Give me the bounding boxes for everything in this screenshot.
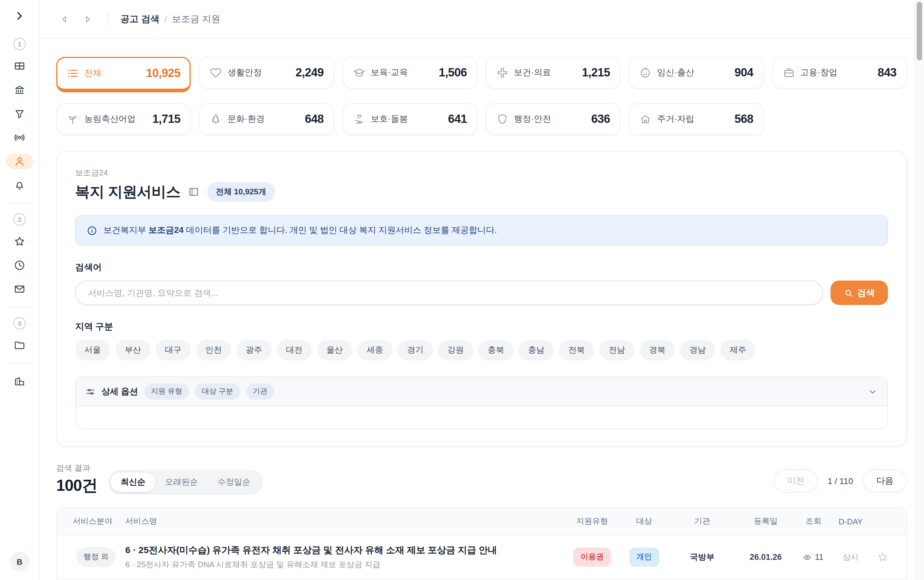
region-chip[interactable]: 광주: [237, 340, 271, 361]
baby-icon: [639, 67, 652, 79]
category-card-agriculture[interactable]: 농림축산어업 1,715: [56, 103, 191, 135]
sidebar-item-clock[interactable]: [6, 257, 33, 273]
chevron-right-icon: [15, 11, 25, 21]
region-chip[interactable]: 부산: [115, 340, 150, 361]
category-card-living[interactable]: 생활안정 2,249: [199, 57, 334, 89]
sidebar-item-person[interactable]: [6, 153, 33, 169]
sidebar-item-building[interactable]: [6, 373, 33, 389]
sidebar-divider: [8, 203, 31, 204]
chevron-right-icon: [83, 14, 92, 23]
topbar-divider: [107, 12, 108, 26]
search-input[interactable]: [75, 280, 823, 305]
sidebar-item-bell[interactable]: [6, 177, 33, 193]
col-target: 대상: [621, 516, 667, 527]
region-chip[interactable]: 세종: [357, 340, 392, 361]
detail-chip: 지원 유형: [144, 383, 189, 400]
prev-page-button[interactable]: 이전: [774, 470, 818, 493]
sidebar-item-mail[interactable]: [6, 281, 33, 297]
breadcrumb-page: 보조금 지원: [172, 13, 220, 25]
col-support-type: 지원유형: [563, 516, 621, 527]
search-label: 검색어: [75, 262, 888, 273]
sidebar-nav: 1 2: [0, 38, 39, 389]
graduation-cap-icon: [353, 67, 365, 79]
detail-options-toggle[interactable]: 상세 옵션 지원 유형 대상 구분 기관: [76, 377, 887, 407]
region-chips: 서울 부산 대구 인천 광주 대전 울산 세종 경기 강원 충북 충남 전북 전…: [75, 340, 888, 361]
sort-segmented-control: 최신순 오래된순 수정일순: [109, 470, 263, 494]
region-chip[interactable]: 경북: [640, 340, 675, 361]
category-card-care[interactable]: 보호·돌봄 641: [343, 103, 477, 135]
region-chip[interactable]: 제주: [720, 340, 755, 361]
category-count: 648: [305, 112, 324, 126]
results-count: 100건: [56, 475, 97, 496]
mail-icon: [13, 283, 26, 295]
search-icon: [843, 288, 853, 297]
info-icon: [87, 225, 97, 236]
region-chip[interactable]: 충북: [479, 340, 513, 361]
search-button[interactable]: 검색: [830, 280, 888, 305]
region-chip[interactable]: 울산: [317, 340, 352, 361]
table-row[interactable]: 행정 외 6 · 25전사자(미수습) 유가족 유전자 채취 포상금 및 전사자…: [57, 535, 906, 579]
region-label: 지역 구분: [75, 321, 888, 333]
row-subtitle: 6 · 25전사자 유가족 DNA 시료채취 포상금 및 유해소재 제보 포상금…: [125, 560, 563, 570]
region-chip[interactable]: 경남: [680, 340, 715, 361]
category-card-pregnancy[interactable]: 임신·출산 904: [629, 57, 764, 89]
category-card-culture[interactable]: 문화·환경 648: [199, 103, 334, 135]
sidebar-expand-button[interactable]: [11, 7, 28, 25]
sidebar-item-table[interactable]: [6, 58, 33, 74]
region-chip[interactable]: 강원: [438, 340, 473, 361]
category-label: 행정·안전: [514, 114, 551, 125]
sidebar-item-broadcast[interactable]: [6, 130, 33, 145]
detail-chip: 기관: [246, 383, 274, 400]
sidebar-item-bank[interactable]: [6, 82, 33, 98]
sidebar-item-folder[interactable]: [6, 337, 33, 353]
category-label: 전체: [84, 68, 101, 79]
category-card-safety[interactable]: 행정·안전 636: [486, 103, 621, 135]
content: 전체 10,925 생활안정 2,249 보육·교육 1,506 보건·의료 1…: [39, 38, 924, 580]
region-chip[interactable]: 충남: [519, 340, 553, 361]
favorite-star-button[interactable]: [877, 551, 888, 563]
breadcrumb-separator: /: [165, 14, 167, 24]
sidebar-item-star[interactable]: [6, 234, 33, 249]
panel-eyebrow: 보조금24: [75, 168, 888, 178]
category-count: 10,925: [146, 67, 181, 80]
category-card-employment[interactable]: 고용·창업 843: [772, 57, 907, 89]
category-count: 1,506: [439, 66, 467, 79]
region-chip[interactable]: 대구: [156, 340, 191, 361]
category-card-all[interactable]: 전체 10,925: [56, 57, 191, 92]
star-icon: [13, 235, 26, 247]
region-chip[interactable]: 전남: [600, 340, 634, 361]
region-chip[interactable]: 경기: [398, 340, 433, 361]
region-chip[interactable]: 전북: [559, 340, 594, 361]
sort-latest[interactable]: 최신순: [111, 473, 155, 492]
col-views: 조회: [794, 516, 833, 527]
main-area: 공고 검색 / 보조금 지원 전체 10,925 생활안정 2,249: [39, 0, 924, 580]
user-avatar[interactable]: B: [10, 552, 29, 572]
region-chip[interactable]: 대전: [277, 340, 312, 361]
category-count: 568: [735, 112, 753, 126]
table-row[interactable]: 임신 외 35세 이상 고위험 임산부 기형아 검사비 지원 오산시 거주35세…: [57, 579, 906, 580]
medical-cross-icon: [496, 67, 509, 79]
results-label: 검색 결과: [56, 463, 97, 474]
history-forward-button[interactable]: [79, 11, 96, 27]
total-count-badge: 전체 10,925개: [208, 182, 275, 202]
category-card-education[interactable]: 보육·교육 1,506: [343, 57, 477, 89]
next-page-button[interactable]: 다음: [863, 470, 907, 493]
sidebar-item-funnel[interactable]: [6, 106, 33, 122]
region-chip[interactable]: 인천: [196, 340, 231, 361]
sort-oldest[interactable]: 오래된순: [155, 473, 208, 492]
row-title: 6 · 25전사자(미수습) 유가족 유전자 채취 포상금 및 전사자 유해 소…: [125, 544, 563, 557]
hand-heart-icon: [353, 113, 365, 125]
search-panel: 보조금24 복지 지원서비스 전체 10,925개 보건복지부 보조금24 데이…: [56, 151, 907, 447]
sidebar-divider: [8, 307, 31, 307]
history-back-button[interactable]: [56, 11, 72, 27]
panel-layout-icon[interactable]: [189, 186, 199, 198]
topbar: 공고 검색 / 보조금 지원: [39, 0, 924, 38]
scrollbar-thumb[interactable]: [916, 2, 922, 61]
category-card-housing[interactable]: 주거·자립 568: [629, 103, 764, 135]
sort-modified[interactable]: 수정일순: [208, 473, 260, 492]
category-card-health[interactable]: 보건·의료 1,215: [486, 57, 621, 89]
vertical-scrollbar[interactable]: [914, 0, 924, 580]
page-title: 복지 지원서비스: [75, 182, 181, 202]
region-chip[interactable]: 서울: [75, 340, 110, 361]
col-service-category: 서비스분야: [67, 516, 125, 527]
